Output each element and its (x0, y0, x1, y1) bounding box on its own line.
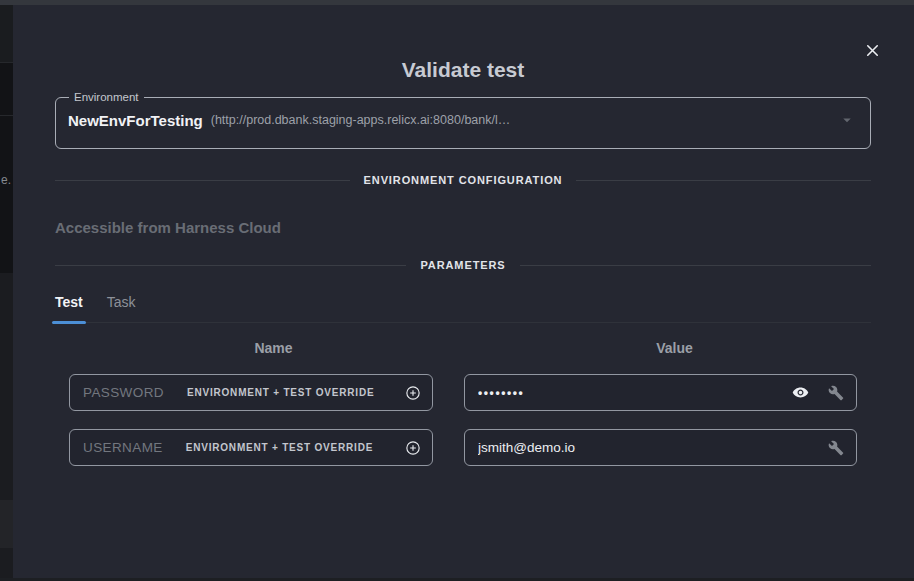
modal-title: Validate test (55, 58, 871, 82)
active-tab-underline (52, 321, 86, 324)
background-text-fragment: e. (1, 173, 11, 187)
tab-task[interactable]: Task (107, 294, 136, 322)
param-value-box-username (464, 429, 857, 466)
background-segment (0, 5, 13, 63)
divider-line (576, 180, 871, 181)
environment-configuration-divider: ENVIRONMENT CONFIGURATION (55, 174, 871, 186)
validate-test-modal: Validate test Environment NewEnvForTesti… (13, 5, 914, 578)
parameters-column-headers: Name Value (55, 340, 871, 356)
environment-select[interactable]: Environment NewEnvForTesting (http://pro… (55, 91, 871, 149)
close-icon (863, 41, 882, 60)
background-segment (0, 500, 13, 548)
param-override-badge: ENVIRONMENT + TEST OVERRIDE (186, 442, 373, 453)
chevron-down-icon[interactable] (838, 111, 856, 129)
tab-test-label: Test (55, 294, 83, 310)
column-header-name: Name (69, 340, 478, 356)
tab-test[interactable]: Test (55, 294, 83, 322)
param-value-box-password (464, 374, 857, 411)
column-header-value: Value (478, 340, 871, 356)
environment-label: Environment (69, 91, 144, 103)
param-name-label: USERNAME (83, 440, 163, 455)
environment-url: (http://prod.dbank.staging-apps.relicx.a… (211, 113, 828, 127)
background-app-strip: e. (0, 5, 13, 581)
divider-label: PARAMETERS (406, 259, 519, 271)
parameters-divider: PARAMETERS (55, 259, 871, 271)
wrench-icon[interactable] (828, 385, 844, 401)
wrench-icon[interactable] (828, 440, 844, 456)
parameters-tabs: Test Task (55, 294, 871, 323)
tab-task-label: Task (107, 294, 136, 310)
divider-label: ENVIRONMENT CONFIGURATION (350, 174, 577, 186)
background-divider (0, 115, 13, 116)
plus-circle-icon[interactable] (404, 384, 422, 402)
username-value-input[interactable] (478, 440, 809, 455)
environment-value: NewEnvForTesting (68, 112, 203, 129)
close-button[interactable] (859, 37, 885, 63)
param-name-box-password[interactable]: PASSWORD ENVIRONMENT + TEST OVERRIDE (69, 374, 433, 411)
eye-icon[interactable] (792, 384, 809, 401)
plus-circle-icon[interactable] (404, 439, 422, 457)
param-name-label: PASSWORD (83, 385, 164, 400)
param-override-badge: ENVIRONMENT + TEST OVERRIDE (187, 387, 374, 398)
divider-line (55, 265, 406, 266)
divider-line (55, 180, 350, 181)
parameter-row-username: USERNAME ENVIRONMENT + TEST OVERRIDE (55, 429, 871, 466)
password-value-input[interactable] (478, 386, 782, 400)
param-name-box-username[interactable]: USERNAME ENVIRONMENT + TEST OVERRIDE (69, 429, 433, 466)
parameter-row-password: PASSWORD ENVIRONMENT + TEST OVERRIDE (55, 374, 871, 411)
divider-line (520, 265, 871, 266)
accessibility-note: Accessible from Harness Cloud (55, 219, 871, 236)
